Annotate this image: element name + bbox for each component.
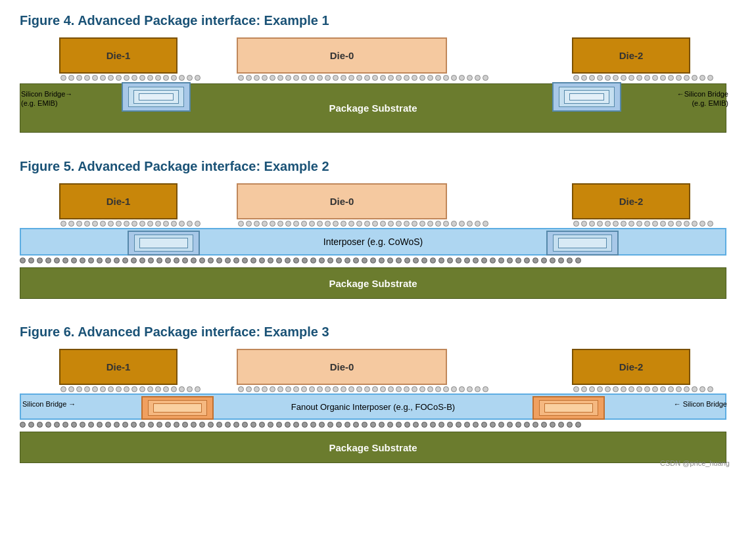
- fig1-bumps-die0: [238, 75, 488, 81]
- fig3-substrate-label: Package Substrate: [329, 442, 417, 453]
- fig1-die0: Die-0: [237, 37, 447, 74]
- fig3-bumps-die0: [238, 386, 488, 392]
- figure6-diagram: Die-1 Die-0 Die-2: [20, 349, 730, 470]
- fig2-substrate-label: Package Substrate: [329, 278, 417, 289]
- fig1-bumps-die2: [573, 75, 713, 81]
- fig3-bridge-label-left: Silicon Bridge →: [22, 400, 76, 408]
- fig3-die2: Die-2: [572, 349, 690, 385]
- fig2-substrate: Package Substrate: [20, 267, 726, 299]
- fig2-bumps-die0: [238, 221, 488, 227]
- fig3-fanout-label: Fanout Organic Interposer (e.g., FOCoS-B…: [291, 402, 455, 412]
- figure5-container: Figure 5. Advanced Package interface: Ex…: [20, 159, 736, 305]
- fig1-bridge-label-right: ←Silicon Bridge (e.g. EMIB): [677, 89, 728, 108]
- fig2-die2: Die-2: [572, 183, 690, 219]
- watermark: CSDN @price_huang: [660, 459, 730, 467]
- fig1-die2: Die-2: [572, 37, 690, 74]
- fig3-die0: Die-0: [237, 349, 447, 385]
- fig1-bridge-right: [552, 82, 621, 112]
- fig3-bumps-die2: [573, 386, 713, 392]
- fig1-bridge-label-left: Silicon Bridge→ (e.g. EMIB): [21, 89, 72, 108]
- fig2-solder-balls: [20, 258, 581, 263]
- fig2-interposer: Interposer (e.g. CoWoS): [20, 228, 726, 256]
- figure4-title: Figure 4. Advanced Package interface: Ex…: [20, 13, 736, 28]
- figure4-container: Figure 4. Advanced Package interface: Ex…: [20, 13, 736, 139]
- fig2-die0: Die-0: [237, 183, 447, 219]
- fig1-die1: Die-1: [59, 37, 177, 74]
- figure6-title: Figure 6. Advanced Package interface: Ex…: [20, 325, 736, 340]
- fig2-interposer-label: Interposer (e.g. CoWoS): [323, 236, 423, 247]
- fig2-bumps-die1: [60, 221, 201, 227]
- fig3-bridge-label-right: ← Silicon Bridge: [674, 400, 727, 408]
- page-wrapper: Figure 4. Advanced Package interface: Ex…: [20, 13, 736, 470]
- fig3-die1: Die-1: [59, 349, 177, 385]
- fig3-bumps-die1: [60, 386, 201, 392]
- fig3-solder-balls: [20, 422, 581, 428]
- figure5-title: Figure 5. Advanced Package interface: Ex…: [20, 159, 736, 174]
- fig3-fanout: Fanout Organic Interposer (e.g., FOCoS-B…: [20, 393, 726, 420]
- fig2-die1: Die-1: [59, 183, 177, 219]
- fig2-bumps-die2: [573, 221, 713, 227]
- figure5-diagram: Die-1 Die-0 Die-2: [20, 183, 730, 305]
- fig3-substrate: Package Substrate: [20, 432, 726, 463]
- fig1-bridge-left: [122, 82, 191, 112]
- fig1-substrate-label: Package Substrate: [329, 102, 417, 114]
- figure6-container: Figure 6. Advanced Package interface: Ex…: [20, 325, 736, 470]
- fig1-bumps-die1: [60, 75, 201, 81]
- figure4-diagram: Die-1 Die-0 Die-2: [20, 37, 730, 139]
